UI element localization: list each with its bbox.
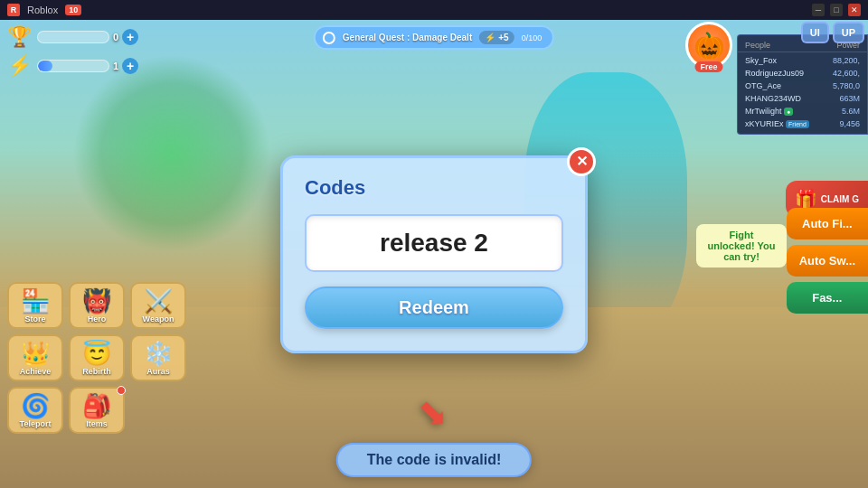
- redeem-button[interactable]: Redeem: [305, 286, 563, 329]
- titlebar-title: Roblox: [27, 5, 58, 15]
- invalid-code-message: The code is invalid!: [336, 443, 532, 477]
- codes-modal: ✕ Codes release 2 Redeem: [280, 155, 588, 353]
- close-button[interactable]: ✕: [848, 4, 861, 16]
- codes-title: Codes: [305, 176, 563, 200]
- minimize-button[interactable]: ─: [812, 4, 825, 16]
- code-input[interactable]: release 2: [305, 214, 563, 272]
- invalid-code-text: The code is invalid!: [367, 452, 501, 467]
- close-x-icon: ✕: [576, 153, 588, 170]
- maximize-button[interactable]: □: [830, 4, 843, 16]
- titlebar: R Roblox 10 ─ □ ✕: [0, 0, 868, 20]
- roblox-icon: R: [7, 4, 20, 16]
- codes-close-button[interactable]: ✕: [567, 147, 596, 176]
- window-controls: ─ □ ✕: [812, 4, 861, 16]
- notification-badge: 10: [65, 5, 81, 15]
